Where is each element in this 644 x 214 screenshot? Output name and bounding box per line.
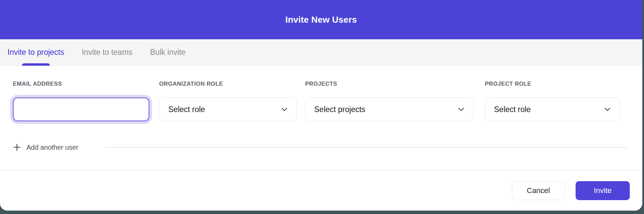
selected-value: Select projects [314,105,365,114]
plus-icon [13,143,21,151]
tab-label: Invite to projects [7,48,64,57]
chevron-down-icon [281,107,288,112]
cancel-button[interactable]: Cancel [512,181,565,200]
selected-value: Select role [168,105,205,114]
organization-role-select[interactable]: Select role [159,98,297,121]
modal-title: Invite New Users [285,15,357,25]
project-role-label: PROJECT ROLE [485,81,531,87]
project-role-select[interactable]: Select role [485,98,620,121]
tab-invite-to-teams[interactable]: Invite to teams [82,39,132,65]
tab-label: Invite to teams [82,48,132,57]
email-address-label: EMAIL ADDRESS [13,81,62,87]
projects-select[interactable]: Select projects [305,98,474,121]
chevron-down-icon [458,107,465,112]
projects-label: PROJECTS [305,81,337,87]
invite-button[interactable]: Invite [576,181,630,200]
add-user-row: Add another user [13,142,627,153]
chevron-down-icon [604,107,611,112]
selected-value: Select role [494,105,531,114]
add-another-user-label: Add another user [26,144,78,151]
invite-form: EMAIL ADDRESS ORGANIZATION ROLE Select r… [0,66,642,170]
tab-label: Bulk invite [150,48,186,57]
invite-new-users-modal: Invite New Users Invite to projects Invi… [0,0,642,211]
tab-bar: Invite to projects Invite to teams Bulk … [0,39,642,66]
organization-role-label: ORGANIZATION ROLE [159,81,223,87]
row-divider [105,147,627,148]
modal-footer: Cancel Invite [0,170,642,211]
modal-header: Invite New Users [0,0,642,39]
tab-invite-to-projects[interactable]: Invite to projects [7,39,64,65]
email-address-input[interactable] [13,98,149,121]
tab-bulk-invite[interactable]: Bulk invite [150,39,186,65]
active-tab-underline [22,63,50,66]
add-another-user-button[interactable]: Add another user [13,143,78,151]
